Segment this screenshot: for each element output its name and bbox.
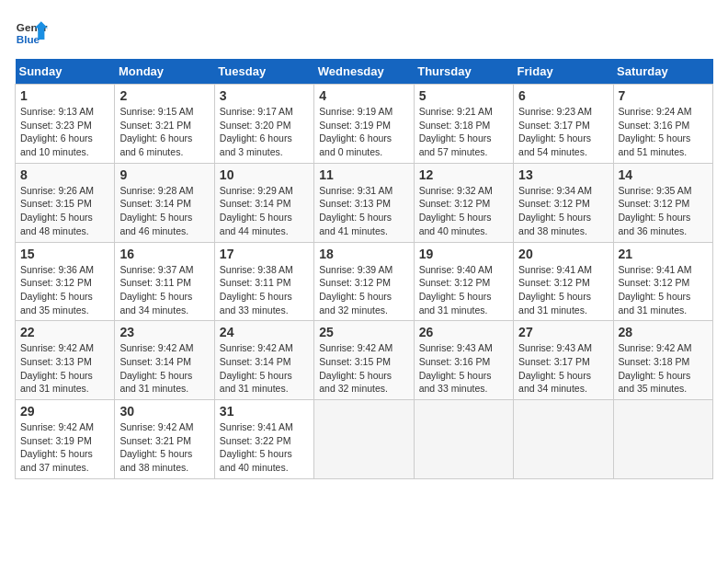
calendar-cell: 25Sunrise: 9:42 AM Sunset: 3:15 PM Dayli… <box>314 321 414 400</box>
calendar-cell: 2Sunrise: 9:15 AM Sunset: 3:21 PM Daylig… <box>115 85 214 164</box>
day-info: Sunrise: 9:36 AM Sunset: 3:12 PM Dayligh… <box>20 263 109 317</box>
day-number: 9 <box>119 167 209 182</box>
calendar-cell: 23Sunrise: 9:42 AM Sunset: 3:14 PM Dayli… <box>115 321 214 400</box>
calendar-cell: 7Sunrise: 9:24 AM Sunset: 3:16 PM Daylig… <box>613 85 712 164</box>
calendar-cell <box>314 400 414 479</box>
day-number: 24 <box>220 325 309 339</box>
day-info: Sunrise: 9:17 AM Sunset: 3:20 PM Dayligh… <box>220 105 309 159</box>
logo-icon: General Blue <box>15 15 48 48</box>
calendar-cell: 13Sunrise: 9:34 AM Sunset: 3:12 PM Dayli… <box>514 163 613 242</box>
calendar-week-4: 22Sunrise: 9:42 AM Sunset: 3:13 PM Dayli… <box>16 321 713 400</box>
day-info: Sunrise: 9:41 AM Sunset: 3:12 PM Dayligh… <box>619 263 708 317</box>
calendar-week-1: 1Sunrise: 9:13 AM Sunset: 3:23 PM Daylig… <box>16 85 713 164</box>
day-info: Sunrise: 9:24 AM Sunset: 3:16 PM Dayligh… <box>619 105 708 159</box>
day-number: 18 <box>319 247 408 261</box>
day-info: Sunrise: 9:41 AM Sunset: 3:22 PM Dayligh… <box>220 420 309 475</box>
day-info: Sunrise: 9:37 AM Sunset: 3:11 PM Dayligh… <box>119 263 209 317</box>
day-number: 12 <box>419 167 508 182</box>
day-number: 26 <box>419 325 508 339</box>
day-number: 20 <box>518 247 608 261</box>
day-number: 31 <box>220 404 309 419</box>
day-header-wednesday: Wednesday <box>314 59 414 85</box>
calendar-cell: 22Sunrise: 9:42 AM Sunset: 3:13 PM Dayli… <box>16 321 115 400</box>
calendar-cell: 18Sunrise: 9:39 AM Sunset: 3:12 PM Dayli… <box>314 242 414 321</box>
calendar-cell: 4Sunrise: 9:19 AM Sunset: 3:19 PM Daylig… <box>314 85 414 164</box>
day-number: 30 <box>119 404 209 419</box>
day-info: Sunrise: 9:43 AM Sunset: 3:16 PM Dayligh… <box>419 341 508 396</box>
calendar-cell: 31Sunrise: 9:41 AM Sunset: 3:22 PM Dayli… <box>214 400 313 479</box>
day-number: 3 <box>220 88 309 103</box>
calendar-cell: 26Sunrise: 9:43 AM Sunset: 3:16 PM Dayli… <box>414 321 513 400</box>
day-number: 25 <box>319 325 408 339</box>
day-number: 19 <box>419 247 508 261</box>
calendar-cell: 12Sunrise: 9:32 AM Sunset: 3:12 PM Dayli… <box>414 163 513 242</box>
day-info: Sunrise: 9:31 AM Sunset: 3:13 PM Dayligh… <box>319 184 408 238</box>
day-info: Sunrise: 9:42 AM Sunset: 3:13 PM Dayligh… <box>20 341 109 396</box>
day-info: Sunrise: 9:28 AM Sunset: 3:14 PM Dayligh… <box>119 184 209 238</box>
day-info: Sunrise: 9:26 AM Sunset: 3:15 PM Dayligh… <box>20 184 109 238</box>
day-info: Sunrise: 9:42 AM Sunset: 3:14 PM Dayligh… <box>220 341 309 396</box>
calendar-week-3: 15Sunrise: 9:36 AM Sunset: 3:12 PM Dayli… <box>16 242 713 321</box>
day-number: 2 <box>119 88 209 103</box>
calendar-week-5: 29Sunrise: 9:42 AM Sunset: 3:19 PM Dayli… <box>16 400 713 479</box>
calendar-cell: 9Sunrise: 9:28 AM Sunset: 3:14 PM Daylig… <box>115 163 214 242</box>
day-info: Sunrise: 9:42 AM Sunset: 3:18 PM Dayligh… <box>619 341 708 396</box>
calendar-cell <box>414 400 513 479</box>
day-header-monday: Monday <box>115 59 214 85</box>
day-number: 21 <box>619 247 708 261</box>
day-info: Sunrise: 9:41 AM Sunset: 3:12 PM Dayligh… <box>518 263 608 317</box>
calendar-cell: 28Sunrise: 9:42 AM Sunset: 3:18 PM Dayli… <box>613 321 712 400</box>
calendar-week-2: 8Sunrise: 9:26 AM Sunset: 3:15 PM Daylig… <box>16 163 713 242</box>
calendar-cell: 27Sunrise: 9:43 AM Sunset: 3:17 PM Dayli… <box>514 321 613 400</box>
day-info: Sunrise: 9:43 AM Sunset: 3:17 PM Dayligh… <box>518 341 608 396</box>
calendar-cell: 11Sunrise: 9:31 AM Sunset: 3:13 PM Dayli… <box>314 163 414 242</box>
day-info: Sunrise: 9:38 AM Sunset: 3:11 PM Dayligh… <box>220 263 309 317</box>
day-number: 11 <box>319 167 408 182</box>
calendar-cell: 24Sunrise: 9:42 AM Sunset: 3:14 PM Dayli… <box>214 321 313 400</box>
day-info: Sunrise: 9:39 AM Sunset: 3:12 PM Dayligh… <box>319 263 408 317</box>
day-info: Sunrise: 9:42 AM Sunset: 3:15 PM Dayligh… <box>319 341 408 396</box>
calendar-cell: 29Sunrise: 9:42 AM Sunset: 3:19 PM Dayli… <box>16 400 115 479</box>
day-number: 8 <box>20 167 109 182</box>
day-number: 1 <box>20 88 109 103</box>
calendar-cell: 16Sunrise: 9:37 AM Sunset: 3:11 PM Dayli… <box>115 242 214 321</box>
day-number: 4 <box>319 88 408 103</box>
calendar-cell: 6Sunrise: 9:23 AM Sunset: 3:17 PM Daylig… <box>514 85 613 164</box>
day-info: Sunrise: 9:42 AM Sunset: 3:21 PM Dayligh… <box>119 420 209 475</box>
calendar-cell: 8Sunrise: 9:26 AM Sunset: 3:15 PM Daylig… <box>16 163 115 242</box>
day-number: 6 <box>518 88 608 103</box>
calendar-cell: 19Sunrise: 9:40 AM Sunset: 3:12 PM Dayli… <box>414 242 513 321</box>
calendar-cell: 20Sunrise: 9:41 AM Sunset: 3:12 PM Dayli… <box>514 242 613 321</box>
day-number: 23 <box>119 325 209 339</box>
calendar-header-row: SundayMondayTuesdayWednesdayThursdayFrid… <box>16 59 713 85</box>
day-header-tuesday: Tuesday <box>214 59 313 85</box>
calendar-table: SundayMondayTuesdayWednesdayThursdayFrid… <box>15 59 713 479</box>
day-number: 22 <box>20 325 109 339</box>
day-info: Sunrise: 9:21 AM Sunset: 3:18 PM Dayligh… <box>419 105 508 159</box>
calendar-cell: 21Sunrise: 9:41 AM Sunset: 3:12 PM Dayli… <box>613 242 712 321</box>
calendar-cell: 30Sunrise: 9:42 AM Sunset: 3:21 PM Dayli… <box>115 400 214 479</box>
calendar-cell: 14Sunrise: 9:35 AM Sunset: 3:12 PM Dayli… <box>613 163 712 242</box>
day-number: 7 <box>619 88 708 103</box>
day-number: 29 <box>20 404 109 419</box>
day-info: Sunrise: 9:19 AM Sunset: 3:19 PM Dayligh… <box>319 105 408 159</box>
svg-text:Blue: Blue <box>17 33 40 45</box>
day-number: 17 <box>220 247 309 261</box>
calendar-body: 1Sunrise: 9:13 AM Sunset: 3:23 PM Daylig… <box>16 85 713 479</box>
day-header-saturday: Saturday <box>613 59 712 85</box>
day-info: Sunrise: 9:32 AM Sunset: 3:12 PM Dayligh… <box>419 184 508 238</box>
day-number: 16 <box>119 247 209 261</box>
day-info: Sunrise: 9:15 AM Sunset: 3:21 PM Dayligh… <box>119 105 209 159</box>
day-info: Sunrise: 9:42 AM Sunset: 3:14 PM Dayligh… <box>119 341 209 396</box>
calendar-cell: 17Sunrise: 9:38 AM Sunset: 3:11 PM Dayli… <box>214 242 313 321</box>
calendar-cell: 1Sunrise: 9:13 AM Sunset: 3:23 PM Daylig… <box>16 85 115 164</box>
calendar-cell: 5Sunrise: 9:21 AM Sunset: 3:18 PM Daylig… <box>414 85 513 164</box>
header: General Blue <box>15 15 713 48</box>
day-number: 27 <box>518 325 608 339</box>
calendar-cell <box>514 400 613 479</box>
calendar-cell: 3Sunrise: 9:17 AM Sunset: 3:20 PM Daylig… <box>214 85 313 164</box>
day-info: Sunrise: 9:23 AM Sunset: 3:17 PM Dayligh… <box>518 105 608 159</box>
day-number: 15 <box>20 247 109 261</box>
day-info: Sunrise: 9:13 AM Sunset: 3:23 PM Dayligh… <box>20 105 109 159</box>
calendar-cell: 15Sunrise: 9:36 AM Sunset: 3:12 PM Dayli… <box>16 242 115 321</box>
